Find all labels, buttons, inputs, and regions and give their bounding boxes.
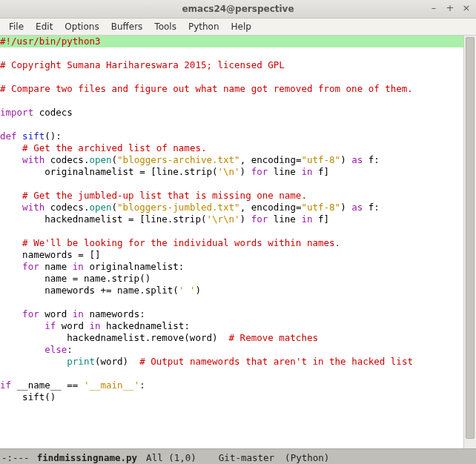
modeline-vc: Git-master xyxy=(219,452,274,463)
code-line: # Copyright Sumana Harihareswara 2015; l… xyxy=(0,59,285,70)
titlebar: emacs24@perspective – + × xyxy=(0,0,476,19)
code-line: #!/usr/bin/python3 xyxy=(0,36,100,47)
comment: # Remove matches xyxy=(229,332,318,343)
menu-buffers[interactable]: Buffers xyxy=(105,20,149,33)
kw-def: def xyxy=(0,130,17,142)
code-line: # Compare two files and figure out what … xyxy=(0,83,413,94)
menubar: File Edit Options Buffers Tools Python H… xyxy=(0,19,476,36)
modeline-pos: All (1,0) xyxy=(146,452,196,463)
comment: # We'll be looking for the individual wo… xyxy=(22,237,340,248)
window-buttons: – + × xyxy=(427,2,473,16)
modeline-mode: (Python) xyxy=(285,452,329,463)
menu-edit[interactable]: Edit xyxy=(30,20,59,33)
menu-help[interactable]: Help xyxy=(225,20,257,33)
scrollbar[interactable] xyxy=(463,36,476,448)
close-icon[interactable]: × xyxy=(460,2,473,16)
comment: # Get the archived list of names. xyxy=(22,142,206,153)
editor-pane: #!/usr/bin/python3 # Copyright Sumana Ha… xyxy=(0,36,476,448)
modeline-filename: findmissingname.py xyxy=(30,452,146,463)
kw-import: import xyxy=(0,107,33,118)
minimize-icon[interactable]: – xyxy=(427,2,440,16)
menu-file[interactable]: File xyxy=(3,20,30,33)
menu-python[interactable]: Python xyxy=(182,20,225,33)
menu-options[interactable]: Options xyxy=(59,20,105,33)
maximize-icon[interactable]: + xyxy=(443,2,457,16)
comment: # Get the jumbled-up list that is missin… xyxy=(22,190,307,201)
menu-tools[interactable]: Tools xyxy=(148,20,182,33)
comment: # Output namewords that aren't in the ha… xyxy=(139,356,413,367)
code-editor[interactable]: #!/usr/bin/python3 # Copyright Sumana Ha… xyxy=(0,36,463,448)
window-title: emacs24@perspective xyxy=(0,4,476,14)
modeline-state: -:--- xyxy=(1,452,30,463)
modeline: -:--- findmissingname.py All (1,0) Git-m… xyxy=(0,448,476,464)
func-name: sift xyxy=(22,130,44,142)
scrollbar-thumb[interactable] xyxy=(466,37,475,439)
